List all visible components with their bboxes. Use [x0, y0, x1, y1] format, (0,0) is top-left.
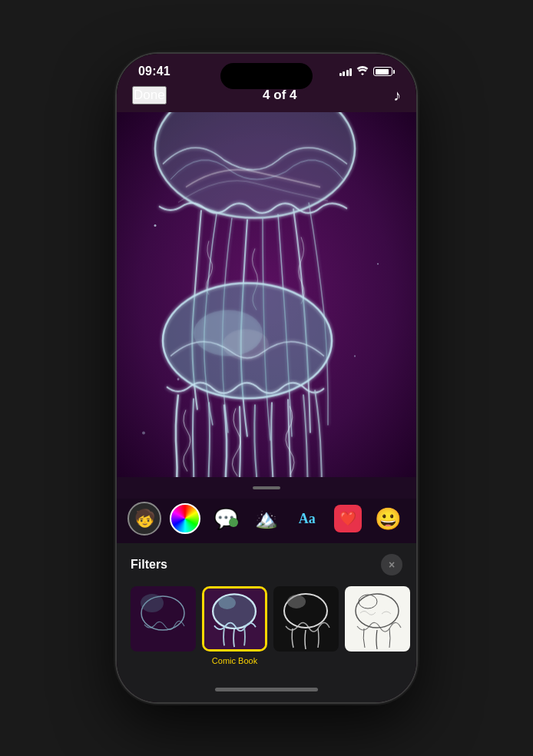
sticker-tool[interactable]: ❤️	[331, 502, 365, 536]
text-tool[interactable]: Aa	[290, 502, 324, 536]
nav-bar: Done 4 of 4 ♪	[117, 83, 416, 112]
photo-counter: 4 of 4	[263, 88, 296, 103]
battery-icon	[373, 67, 395, 76]
status-time: 09:41	[138, 65, 170, 78]
filter-item-none[interactable]	[131, 586, 196, 665]
screen: 09:41	[117, 54, 416, 702]
home-bar	[215, 688, 318, 691]
filter-item-sketch[interactable]	[345, 586, 410, 665]
filters-close-button[interactable]: ×	[381, 554, 402, 575]
filter-item-comic-book[interactable]: Comic Book	[202, 586, 267, 665]
phone-frame: 09:41	[117, 54, 416, 702]
svg-point-18	[219, 596, 236, 609]
filter-thumb-mono	[273, 586, 339, 652]
svg-rect-22	[345, 586, 410, 652]
landscape-tool[interactable]: 🏔️	[250, 502, 283, 536]
music-button[interactable]: ♪	[393, 87, 401, 104]
filters-title: Filters	[131, 558, 167, 572]
drag-indicator	[253, 486, 280, 489]
svg-point-9	[177, 378, 180, 380]
speech-bubble-tool[interactable]: 💬	[209, 502, 243, 536]
done-button[interactable]: Done	[132, 86, 167, 104]
filter-label-comic-book: Comic Book	[212, 656, 257, 665]
svg-point-10	[354, 356, 356, 357]
status-icons	[339, 66, 396, 78]
svg-point-7	[154, 224, 157, 227]
svg-point-8	[377, 264, 379, 265]
emoji-icon: 😀	[375, 506, 402, 532]
main-image-area	[117, 112, 416, 477]
sticker-icon: ❤️	[334, 505, 362, 532]
filters-header: Filters ×	[117, 543, 416, 583]
wifi-icon	[356, 66, 369, 78]
svg-point-6	[223, 330, 269, 360]
tools-bar	[117, 477, 416, 499]
signal-icon	[339, 67, 353, 76]
filters-panel: Filters ×	[117, 543, 416, 676]
home-indicator	[117, 676, 416, 702]
status-bar: 09:41	[117, 54, 416, 83]
emoji-tool[interactable]: 😀	[371, 502, 405, 536]
filters-list: Comic Book	[117, 583, 416, 676]
color-wheel-icon	[170, 503, 200, 534]
landscape-icon: 🏔️	[255, 508, 278, 529]
color-wheel-tool[interactable]	[168, 502, 202, 536]
svg-point-21	[287, 595, 306, 608]
filter-thumb-comic-book	[202, 586, 267, 652]
text-icon: Aa	[299, 511, 316, 527]
person-emoji-icon: 🧒	[127, 502, 161, 536]
person-emoji-tool[interactable]: 🧒	[127, 502, 161, 536]
filter-thumb-sketch	[345, 586, 410, 652]
svg-point-11	[142, 432, 145, 435]
filter-item-mono[interactable]	[273, 586, 339, 665]
svg-rect-19	[273, 586, 339, 652]
svg-point-14	[141, 594, 164, 612]
filter-thumb-none	[131, 586, 196, 652]
